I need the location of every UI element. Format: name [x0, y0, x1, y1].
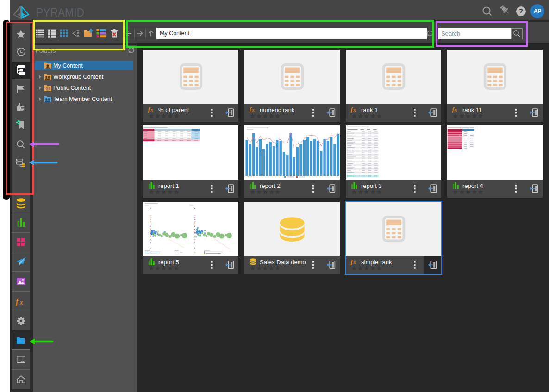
svg-text:PYRAMID: PYRAMID	[36, 6, 84, 19]
svg-text:x: x	[19, 299, 23, 306]
svg-text:f: f	[16, 297, 19, 306]
